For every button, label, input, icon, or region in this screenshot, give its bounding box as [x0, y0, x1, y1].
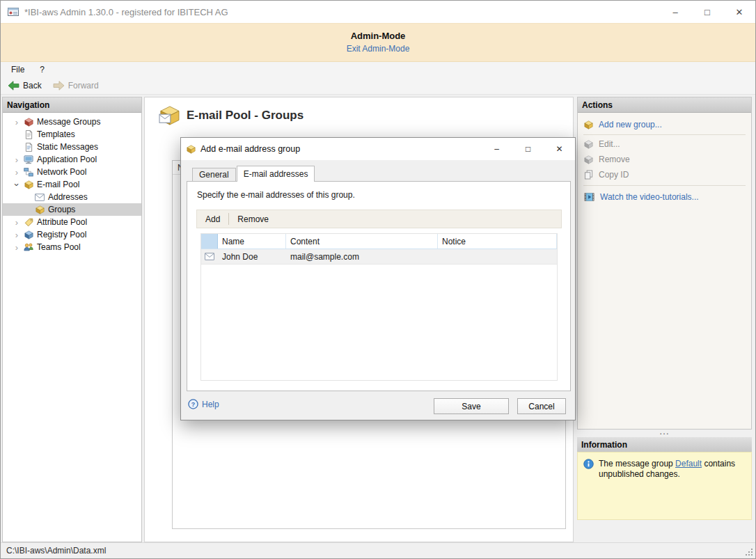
- nav-item-static-messages[interactable]: Static Messages: [3, 141, 141, 153]
- table-row[interactable]: John Doe mail@sample.com: [201, 249, 557, 265]
- actions-panel: Actions Add new group... Edit... Remove: [577, 97, 752, 430]
- help-link[interactable]: ? Help: [188, 399, 219, 409]
- splitter-handle[interactable]: …: [577, 424, 752, 436]
- forward-button[interactable]: Forward: [53, 81, 99, 90]
- static-messages-icon: [22, 143, 35, 152]
- default-group-link[interactable]: Default: [675, 459, 702, 469]
- action-copy-id[interactable]: Copy ID: [578, 167, 750, 182]
- dialog-toolbar: Add Remove: [196, 210, 562, 228]
- tab-general[interactable]: General: [192, 168, 236, 181]
- nav-item-message-groups[interactable]: › Message Groups: [3, 116, 141, 128]
- templates-icon: [22, 130, 35, 139]
- app-window: *IBI-aws Admin 1.30.0 - registered for I…: [0, 0, 756, 559]
- action-add-new-group[interactable]: Add new group...: [578, 117, 750, 132]
- network-pool-icon: [22, 168, 35, 177]
- remove-button[interactable]: Remove: [229, 210, 277, 228]
- menu-file[interactable]: File: [8, 63, 28, 76]
- nav-item-teams-pool[interactable]: › Teams Pool: [3, 241, 141, 253]
- teams-pool-icon: [22, 243, 35, 252]
- svg-text:?: ?: [191, 401, 195, 408]
- add-group-icon: [584, 120, 593, 129]
- add-button[interactable]: Add: [197, 210, 228, 228]
- row-icon-cell: [201, 249, 218, 264]
- maximize-button[interactable]: □: [691, 1, 723, 23]
- navigation-panel: Navigation › Message Groups Templates: [2, 97, 142, 542]
- chevron-right-icon[interactable]: ›: [11, 155, 22, 164]
- titlebar[interactable]: *IBI-aws Admin 1.30.0 - registered for I…: [1, 1, 755, 23]
- admin-mode-title: Admin-Mode: [1, 31, 755, 41]
- nav-item-email-pool[interactable]: › E-mail Pool: [3, 178, 141, 191]
- separator: [583, 185, 746, 186]
- message-groups-icon: [22, 118, 35, 127]
- resize-grip[interactable]: [745, 548, 754, 557]
- data-file-path: C:\IBI-aws\Admin\Data.xml: [6, 546, 106, 556]
- back-label: Back: [23, 81, 42, 90]
- status-bar: C:\IBI-aws\Admin\Data.xml: [1, 542, 755, 558]
- copy-icon: [584, 170, 593, 180]
- nav-item-templates[interactable]: Templates: [3, 128, 141, 141]
- dialog-window-controls: – □ ✕: [481, 138, 575, 160]
- chevron-right-icon[interactable]: ›: [11, 230, 22, 239]
- help-icon: ?: [188, 399, 198, 409]
- window-title: *IBI-aws Admin 1.30.0 - registered for I…: [24, 7, 228, 17]
- app-icon: [8, 6, 19, 17]
- information-panel: Information The message group Default co…: [577, 437, 752, 542]
- nav-item-registry-pool[interactable]: › Registry Pool: [3, 228, 141, 241]
- exit-admin-mode-link[interactable]: Exit Admin-Mode: [347, 44, 410, 54]
- info-text-before: The message group: [599, 459, 675, 469]
- remove-icon: [584, 155, 593, 164]
- minimize-button[interactable]: –: [659, 1, 691, 23]
- menu-help[interactable]: ?: [36, 63, 48, 76]
- cancel-button[interactable]: Cancel: [517, 398, 566, 414]
- dialog-description: Specify the e-mail addresses of this gro…: [197, 190, 355, 200]
- tab-email-addresses[interactable]: E-mail addresses: [237, 166, 315, 182]
- chevron-down-icon[interactable]: ›: [13, 179, 22, 190]
- navigation-tree: › Message Groups Templates Static Messag…: [3, 113, 141, 253]
- column-header-icon[interactable]: [201, 234, 218, 249]
- dialog-title: Add e-mail address group: [200, 144, 300, 154]
- admin-mode-banner: Admin-Mode Exit Admin-Mode: [1, 23, 755, 62]
- menu-bar: File ?: [1, 62, 755, 77]
- nav-item-attribute-pool[interactable]: › Attribute Pool: [3, 216, 141, 228]
- row-notice-cell: [438, 249, 557, 264]
- email-icon: [205, 253, 214, 260]
- navigation-header: Navigation: [3, 97, 141, 113]
- chevron-right-icon[interactable]: ›: [11, 218, 22, 227]
- chevron-right-icon[interactable]: ›: [11, 168, 22, 177]
- nav-item-application-pool[interactable]: › Application Pool: [3, 153, 141, 166]
- column-header-content[interactable]: Content: [286, 234, 438, 249]
- column-header-notice[interactable]: Notice: [438, 234, 557, 249]
- add-email-group-dialog: Add e-mail address group – □ ✕ General E…: [180, 137, 576, 420]
- help-label: Help: [202, 400, 219, 409]
- email-addresses-table: Name Content Notice John Doe mail@sample…: [200, 233, 558, 381]
- forward-arrow-icon: [53, 81, 65, 90]
- dialog-maximize-button[interactable]: □: [512, 138, 544, 160]
- chevron-right-icon[interactable]: ›: [11, 243, 22, 252]
- action-edit[interactable]: Edit...: [578, 136, 750, 152]
- save-button[interactable]: Save: [434, 398, 509, 414]
- dialog-tabs: General E-mail addresses: [192, 166, 315, 182]
- addresses-icon: [33, 194, 46, 201]
- attribute-pool-icon: [22, 218, 35, 227]
- nav-item-addresses[interactable]: Addresses: [3, 191, 141, 203]
- nav-item-network-pool[interactable]: › Network Pool: [3, 166, 141, 178]
- action-remove[interactable]: Remove: [578, 152, 750, 167]
- back-button[interactable]: Back: [8, 81, 42, 90]
- window-controls: – □ ✕: [659, 1, 755, 23]
- email-pool-groups-icon: [159, 106, 180, 125]
- dialog-titlebar[interactable]: Add e-mail address group – □ ✕: [181, 138, 575, 160]
- application-pool-icon: [22, 155, 35, 164]
- dialog-icon: [187, 145, 196, 154]
- dialog-minimize-button[interactable]: –: [481, 138, 512, 160]
- actions-header: Actions: [578, 97, 751, 113]
- column-header-name[interactable]: Name: [218, 234, 286, 249]
- action-watch-tutorials[interactable]: Watch the video-tutorials...: [578, 189, 750, 205]
- edit-icon: [584, 140, 593, 149]
- nav-item-groups[interactable]: Groups: [3, 203, 141, 216]
- close-button[interactable]: ✕: [723, 1, 755, 23]
- video-icon: [584, 193, 594, 201]
- information-notice: The message group Default contains unpub…: [577, 452, 752, 520]
- chevron-right-icon[interactable]: ›: [11, 118, 22, 127]
- back-arrow-icon: [8, 81, 19, 90]
- dialog-close-button[interactable]: ✕: [544, 138, 575, 160]
